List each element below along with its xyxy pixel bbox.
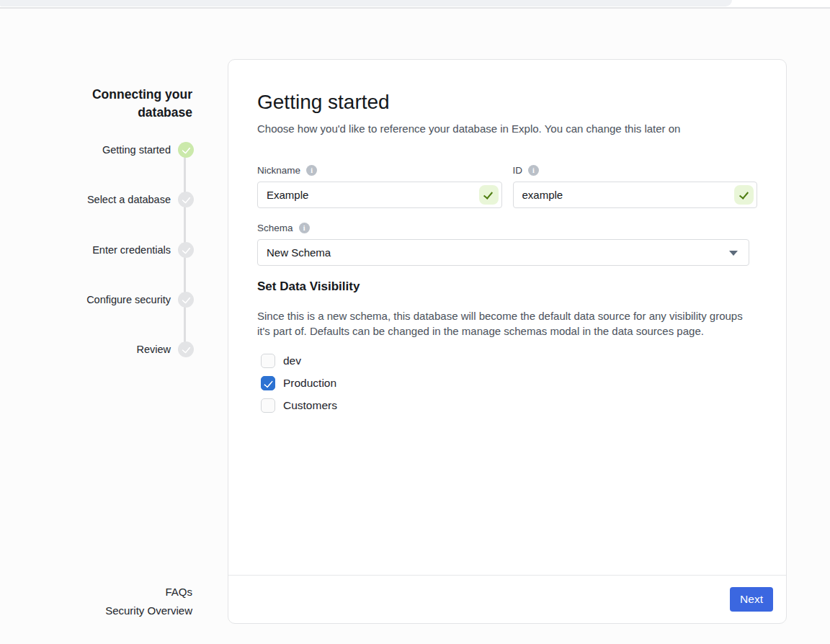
- schema-select[interactable]: New Schema: [257, 239, 749, 266]
- checkbox-dev[interactable]: [261, 354, 275, 368]
- nickname-field-group: Nickname i: [257, 165, 502, 208]
- id-label-row: ID i: [513, 165, 758, 176]
- security-overview-link[interactable]: Security Overview: [70, 604, 192, 617]
- step-getting-started[interactable]: Getting started: [43, 142, 194, 158]
- step-configure-security[interactable]: Configure security: [43, 292, 194, 308]
- valid-check-icon: [734, 185, 754, 205]
- nickname-input[interactable]: [257, 182, 502, 208]
- schema-label-row: Schema i: [257, 223, 757, 233]
- next-button[interactable]: Next: [730, 587, 773, 612]
- nickname-input-wrap: [257, 182, 502, 208]
- nickname-label: Nickname: [257, 165, 300, 176]
- visibility-group-row-production: Production: [261, 376, 757, 390]
- card-footer: Next: [228, 575, 786, 623]
- step-select-database[interactable]: Select a database: [43, 192, 194, 207]
- check-circle-icon: [178, 341, 194, 357]
- checkbox-customers[interactable]: [261, 398, 275, 413]
- getting-started-card: Getting started Choose how you'd like to…: [228, 59, 787, 624]
- data-visibility-heading: Set Data Visibility: [257, 279, 757, 294]
- page-title: Getting started: [257, 90, 757, 114]
- id-input[interactable]: [513, 182, 758, 208]
- chevron-down-icon: [729, 251, 738, 256]
- id-field-group: ID i: [513, 165, 758, 208]
- id-input-wrap: [513, 182, 758, 208]
- nickname-id-row: Nickname i ID i: [257, 165, 757, 208]
- step-review[interactable]: Review: [43, 341, 194, 357]
- checkbox-label: Production: [283, 377, 336, 390]
- wizard-title: Connecting your database: [84, 86, 192, 122]
- visibility-group-row-customers: Customers: [261, 398, 757, 413]
- step-label: Select a database: [87, 194, 171, 205]
- step-label: Enter credentials: [92, 244, 171, 256]
- step-label: Review: [136, 344, 171, 355]
- info-icon[interactable]: i: [528, 165, 539, 176]
- info-icon[interactable]: i: [306, 165, 317, 176]
- valid-check-icon: [479, 185, 499, 205]
- info-icon[interactable]: i: [299, 223, 310, 233]
- check-circle-icon: [178, 192, 194, 207]
- visibility-groups-list: dev Production Customers: [257, 354, 757, 413]
- step-label: Getting started: [102, 144, 171, 156]
- schema-label: Schema: [257, 223, 293, 233]
- step-enter-credentials[interactable]: Enter credentials: [43, 242, 194, 258]
- checkbox-label: dev: [283, 354, 301, 367]
- nickname-label-row: Nickname i: [257, 165, 502, 176]
- checkbox-production[interactable]: [261, 376, 275, 390]
- schema-field-group: Schema i New Schema: [257, 223, 757, 266]
- data-visibility-description: Since this is a new schema, this databas…: [257, 308, 754, 339]
- checkbox-label: Customers: [283, 399, 337, 412]
- visibility-group-row-dev: dev: [261, 354, 757, 368]
- check-circle-icon: [178, 242, 194, 258]
- page-subtitle: Choose how you'd like to reference your …: [257, 121, 757, 136]
- check-circle-icon: [178, 292, 194, 308]
- id-label: ID: [513, 165, 523, 176]
- browser-omnibox-remnant: [0, 0, 732, 6]
- faqs-link[interactable]: FAQs: [70, 586, 192, 598]
- card-body: Getting started Choose how you'd like to…: [228, 60, 786, 575]
- connect-database-page: { "sidebar": { "title": "Connecting your…: [0, 0, 830, 644]
- top-divider: [0, 7, 830, 9]
- check-circle-icon: [178, 142, 194, 158]
- step-label: Configure security: [86, 294, 171, 305]
- schema-selected-value: New Schema: [267, 246, 331, 259]
